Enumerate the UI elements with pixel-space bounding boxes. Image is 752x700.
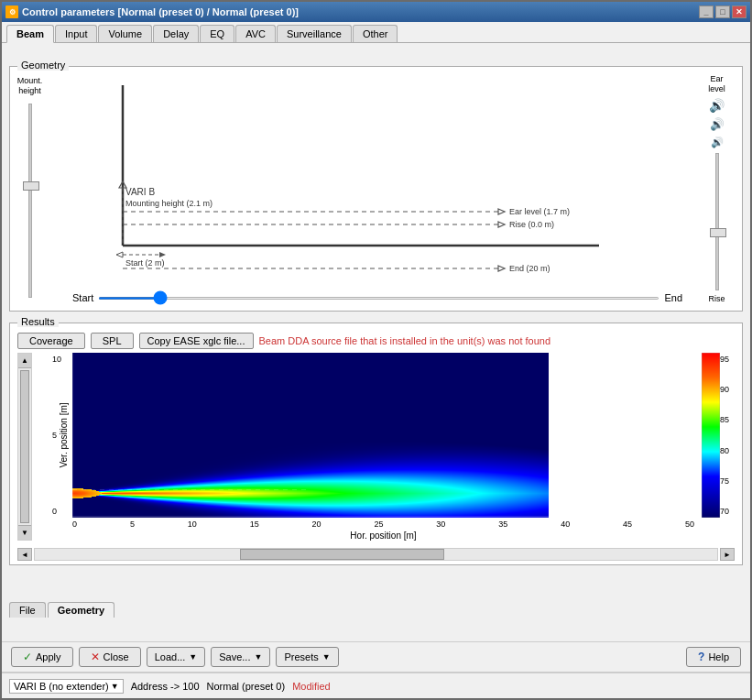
- start-end-slider-row: Start End: [72, 292, 682, 303]
- x-tick-0: 0: [72, 520, 77, 529]
- tab-avc[interactable]: AVC: [235, 25, 276, 42]
- geometry-svg: VARI B Mounting height (2.1 m): [49, 76, 687, 273]
- main-window: ⚙ Control parameters [Normal (preset 0) …: [0, 0, 752, 700]
- scroll-down-button[interactable]: ▼: [18, 525, 31, 540]
- speaker-icon-1: 🔊: [709, 98, 725, 113]
- app-icon: ⚙: [5, 5, 18, 18]
- y-tick-5: 5: [52, 431, 61, 440]
- tab-volume[interactable]: Volume: [98, 25, 152, 42]
- scroll-thumb-v[interactable]: [20, 370, 29, 523]
- minimize-button[interactable]: _: [699, 5, 714, 18]
- ear-level-slider[interactable]: [715, 153, 719, 290]
- h-scrollbar-track[interactable]: [34, 548, 718, 561]
- scroll-right-button[interactable]: ►: [720, 548, 735, 561]
- load-button[interactable]: Load... ▼: [147, 647, 206, 667]
- presets-chevron-icon: ▼: [322, 652, 331, 662]
- svg-marker-7: [159, 252, 166, 257]
- ear-level-label: Earlevel: [708, 74, 725, 94]
- end-label: End: [664, 292, 682, 303]
- preset-label: Normal (preset 0): [207, 681, 286, 692]
- save-label: Save...: [219, 651, 250, 662]
- svg-text:Start (2 m): Start (2 m): [125, 258, 165, 268]
- svg-text:End (20 m): End (20 m): [509, 264, 550, 273]
- save-button[interactable]: Save... ▼: [211, 647, 270, 667]
- results-toolbar: Coverage SPL Copy EASE xglc file... Beam…: [10, 323, 742, 353]
- modified-label: Modified: [292, 681, 331, 692]
- load-label: Load...: [155, 651, 186, 662]
- svg-marker-11: [498, 209, 505, 214]
- close-icon: ✕: [91, 651, 100, 663]
- y-tick-0: 0: [52, 507, 61, 516]
- tabs-bar: Beam Input Volume Delay EQ AVC Surveilla…: [2, 22, 750, 43]
- scale-90: 90: [720, 385, 729, 394]
- save-chevron-icon: ▼: [254, 652, 262, 662]
- chart-area: ▲ ▼ Ver. position [m]: [10, 353, 742, 548]
- help-button[interactable]: ? Help: [686, 647, 741, 667]
- mount-height-control: Mount.height: [10, 67, 45, 311]
- mount-height-label: Mount.height: [17, 76, 43, 96]
- x-tick-15: 15: [250, 520, 259, 529]
- scale-75: 75: [720, 476, 729, 486]
- scale-95: 95: [720, 355, 729, 364]
- x-tick-40: 40: [561, 520, 570, 529]
- tab-beam[interactable]: Beam: [6, 25, 54, 43]
- right-panel: Earlevel 🔊 🔊 🔊 Rise: [692, 67, 742, 311]
- start-end-range-slider[interactable]: [98, 297, 659, 300]
- help-icon: ?: [698, 651, 704, 663]
- h-scrollbar-thumb[interactable]: [240, 549, 445, 560]
- scale-70: 70: [720, 507, 729, 516]
- svg-text:Rise (0.0 m): Rise (0.0 m): [509, 220, 554, 229]
- coverage-button[interactable]: Coverage: [17, 333, 85, 349]
- x-tick-25: 25: [374, 520, 383, 529]
- error-message: Beam DDA source file that is installed i…: [259, 335, 551, 346]
- tab-delay[interactable]: Delay: [153, 25, 199, 42]
- tab-input[interactable]: Input: [55, 25, 97, 42]
- presets-button[interactable]: Presets ▼: [276, 647, 338, 667]
- mount-height-slider[interactable]: [28, 104, 32, 298]
- heatmap-canvas: [72, 353, 549, 518]
- device-dropdown-icon: ▼: [111, 682, 119, 691]
- x-axis-label: Hor. position [m]: [72, 530, 735, 541]
- apply-label: Apply: [36, 651, 61, 662]
- device-label: VARI B (no extender): [14, 681, 109, 692]
- spl-button[interactable]: SPL: [91, 333, 134, 349]
- load-chevron-icon: ▼: [189, 652, 197, 662]
- svg-marker-14: [498, 222, 505, 227]
- title-buttons: _ □ ✕: [699, 5, 747, 18]
- start-label: Start: [72, 292, 93, 303]
- presets-label: Presets: [284, 651, 318, 662]
- scroll-left-button[interactable]: ◄: [17, 548, 32, 561]
- x-tick-50: 50: [685, 520, 694, 529]
- speaker-icon-3: 🔊: [711, 136, 724, 148]
- results-section-title: Results: [17, 316, 59, 327]
- x-tick-10: 10: [188, 520, 197, 529]
- color-scale: 95 90 85 80 75 70: [698, 353, 735, 518]
- scale-80: 80: [720, 446, 729, 455]
- close-window-button[interactable]: ✕: [732, 5, 747, 18]
- title-bar: ⚙ Control parameters [Normal (preset 0) …: [2, 2, 750, 22]
- apply-icon: ✓: [23, 651, 32, 663]
- close-button[interactable]: ✕ Close: [79, 647, 141, 667]
- scale-labels: 95 90 85 80 75 70: [720, 353, 729, 518]
- apply-button[interactable]: ✓ Apply: [11, 647, 73, 667]
- x-axis-labels: 0 5 10 15 20 25 30 35 40 45 50: [72, 518, 735, 530]
- x-tick-35: 35: [498, 520, 507, 529]
- heatmap-container: 10 5 0: [72, 353, 698, 518]
- status-tab-file[interactable]: File: [9, 602, 46, 618]
- results-section: Results Coverage SPL Copy EASE xglc file…: [9, 323, 743, 565]
- tab-other[interactable]: Other: [353, 25, 398, 42]
- tab-eq[interactable]: EQ: [200, 25, 234, 42]
- speaker-icon-2: 🔊: [710, 116, 724, 129]
- device-dropdown[interactable]: VARI B (no extender) ▼: [9, 679, 124, 694]
- scroll-up-button[interactable]: ▲: [18, 354, 31, 368]
- svg-text:VARI B: VARI B: [125, 187, 155, 197]
- y-tick-10: 10: [52, 355, 61, 364]
- tab-surveillance[interactable]: Surveillance: [277, 25, 352, 42]
- status-tab-geometry[interactable]: Geometry: [48, 602, 114, 618]
- scale-canvas: [702, 353, 720, 518]
- chart-vertical-scrollbar[interactable]: ▲ ▼: [17, 353, 32, 541]
- svg-text:Ear level (1.7 m): Ear level (1.7 m): [509, 207, 570, 216]
- close-label: Close: [104, 651, 129, 662]
- maximize-button[interactable]: □: [715, 5, 730, 18]
- copy-ease-button[interactable]: Copy EASE xglc file...: [139, 333, 254, 349]
